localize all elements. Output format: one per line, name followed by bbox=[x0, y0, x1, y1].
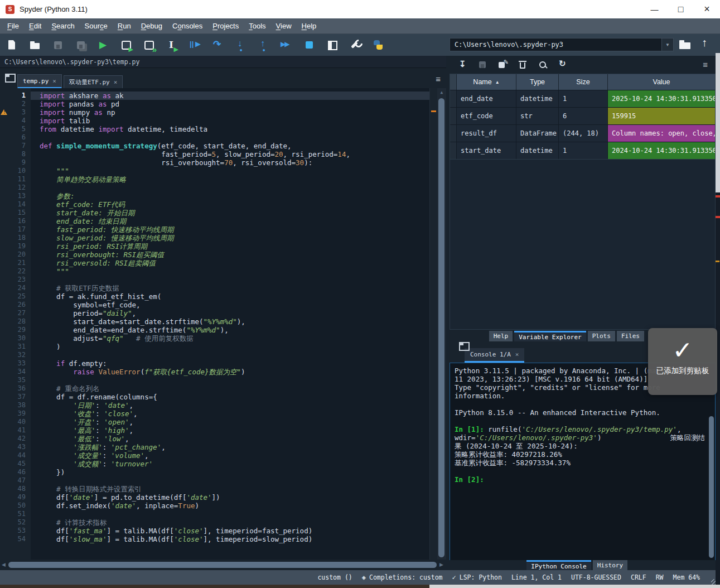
tab-help[interactable]: Help bbox=[489, 331, 513, 342]
column-header-name[interactable]: Name▲ bbox=[457, 74, 516, 90]
scroll-left-icon[interactable]: ◀ bbox=[2, 562, 6, 567]
preferences-icon[interactable] bbox=[349, 38, 362, 52]
table-row[interactable]: start_datedatetime12024-10-24 14:30:31.9… bbox=[450, 142, 715, 159]
refresh-variables-icon[interactable] bbox=[558, 60, 568, 70]
line-number: 18 bbox=[8, 234, 31, 242]
save-data-as-icon[interactable] bbox=[497, 60, 508, 70]
scrollbar-thumb[interactable] bbox=[709, 416, 714, 558]
cell-name[interactable]: end_date bbox=[457, 90, 516, 107]
menu-file[interactable]: File bbox=[2, 18, 24, 34]
debug-icon[interactable] bbox=[189, 38, 202, 52]
tab-ipython-console[interactable]: IPython Console bbox=[526, 560, 591, 570]
menu-tools[interactable]: Tools bbox=[244, 18, 270, 34]
continue-icon[interactable] bbox=[280, 38, 293, 52]
scrollbar-thumb[interactable] bbox=[438, 98, 444, 557]
cell-name[interactable]: start_date bbox=[457, 142, 516, 159]
run-icon[interactable] bbox=[97, 38, 110, 52]
code-editor[interactable]: 1234567891011121314151617181920212223242… bbox=[0, 88, 446, 560]
console-tab[interactable]: Console 1/A× bbox=[465, 348, 524, 363]
column-header-size[interactable]: Size bbox=[559, 74, 608, 90]
table-header[interactable]: Name▲ Type Size Value bbox=[450, 74, 715, 90]
step-out-icon[interactable] bbox=[257, 38, 270, 52]
scroll-right-icon[interactable]: ▶ bbox=[439, 562, 443, 567]
cell-size[interactable]: (244, 18) bbox=[559, 125, 608, 142]
run-cell-icon[interactable] bbox=[120, 38, 133, 52]
new-file-icon[interactable] bbox=[6, 38, 19, 52]
close-icon[interactable]: × bbox=[52, 78, 56, 85]
cell-name[interactable]: etf_code bbox=[457, 108, 516, 124]
menu-view[interactable]: View bbox=[271, 18, 297, 34]
menu-run[interactable]: Run bbox=[113, 18, 136, 34]
cell-value[interactable]: Column names: open, close, hig… bbox=[608, 125, 715, 142]
cell-name[interactable]: result_df bbox=[457, 125, 516, 142]
column-header-value[interactable]: Value bbox=[608, 74, 715, 90]
line-number: 31 bbox=[8, 343, 31, 351]
menu-source[interactable]: Source bbox=[80, 18, 113, 34]
cell-value[interactable]: 159915 bbox=[608, 108, 715, 124]
import-data-icon[interactable] bbox=[457, 60, 467, 70]
save-all-icon[interactable] bbox=[74, 38, 88, 52]
line-number: 1 bbox=[8, 91, 31, 100]
minimize-button[interactable]: — bbox=[641, 0, 668, 18]
rerun-icon[interactable] bbox=[211, 38, 225, 52]
menu-consoles[interactable]: Consoles bbox=[167, 18, 207, 34]
table-row[interactable]: etf_codestr6159915 bbox=[450, 107, 715, 124]
tab-plots[interactable]: Plots bbox=[588, 331, 615, 342]
run-selection-icon[interactable] bbox=[166, 38, 179, 52]
menu-debug[interactable]: Debug bbox=[136, 18, 167, 34]
browse-tabs-icon[interactable] bbox=[459, 342, 470, 351]
cell-type[interactable]: DataFrame bbox=[516, 125, 559, 142]
remove-variable-icon[interactable] bbox=[518, 60, 528, 70]
maximize-button[interactable]: □ bbox=[668, 0, 694, 18]
code-area[interactable]: import akshare as akimport pandas as pdi… bbox=[31, 88, 429, 560]
cell-size[interactable]: 6 bbox=[559, 108, 608, 124]
save-data-icon[interactable] bbox=[477, 60, 487, 70]
editor-vertical-scrollbar[interactable]: ▲ bbox=[437, 88, 446, 560]
browse-tabs-icon[interactable] bbox=[5, 74, 16, 83]
save-icon[interactable] bbox=[51, 38, 65, 52]
browse-directory-icon[interactable] bbox=[678, 38, 693, 51]
chevron-down-icon[interactable]: ▼ bbox=[661, 38, 673, 51]
cell-type[interactable]: str bbox=[516, 108, 559, 124]
editor-tab[interactable]: 双动量ETF.py× bbox=[64, 75, 123, 89]
line-number: 46 bbox=[8, 468, 31, 476]
cell-value[interactable]: 2024-10-24 14:30:31.913350 bbox=[608, 142, 715, 159]
scroll-up-icon[interactable]: ▲ bbox=[437, 90, 446, 95]
stop-icon[interactable] bbox=[303, 38, 316, 52]
table-row[interactable]: end_datedatetime12025-10-24 14:30:31.913… bbox=[450, 90, 715, 107]
table-row[interactable]: result_dfDataFrame(244, 18)Column names:… bbox=[450, 124, 715, 142]
tab-history[interactable]: History bbox=[593, 560, 627, 570]
close-icon[interactable]: × bbox=[515, 351, 519, 358]
maximize-pane-icon[interactable] bbox=[326, 38, 339, 52]
options-menu-icon[interactable]: ≡ bbox=[703, 60, 708, 69]
menu-help[interactable]: Help bbox=[297, 18, 322, 34]
close-icon[interactable]: × bbox=[114, 79, 118, 86]
menu-search[interactable]: Search bbox=[46, 18, 79, 34]
column-header-type[interactable]: Type bbox=[516, 74, 559, 90]
scrollbar-thumb[interactable] bbox=[8, 562, 437, 568]
editor-options-icon[interactable]: ≡ bbox=[436, 74, 441, 84]
tab-files[interactable]: Files bbox=[617, 331, 644, 342]
console-scrollbar[interactable] bbox=[708, 416, 714, 558]
line-number: 7 bbox=[8, 142, 31, 150]
cell-size[interactable]: 1 bbox=[559, 90, 608, 107]
working-directory-select[interactable]: C:\Users\lenovo\.spyder-py3 ▼ bbox=[450, 38, 674, 51]
step-into-icon[interactable] bbox=[234, 38, 248, 52]
menu-edit[interactable]: Edit bbox=[24, 18, 46, 34]
cell-type[interactable]: datetime bbox=[516, 142, 559, 159]
close-button[interactable]: × bbox=[694, 0, 720, 18]
open-folder-icon[interactable] bbox=[28, 38, 42, 52]
editor-tab[interactable]: temp.py× bbox=[17, 74, 62, 89]
run-cell-advance-icon[interactable] bbox=[143, 38, 156, 52]
cell-size[interactable]: 1 bbox=[559, 142, 608, 159]
status-text: CRLF bbox=[631, 573, 646, 581]
menu-projects[interactable]: Projects bbox=[207, 18, 244, 34]
search-variable-icon[interactable] bbox=[538, 60, 548, 70]
cell-type[interactable]: datetime bbox=[516, 90, 559, 107]
editor-horizontal-scrollbar[interactable]: ◀ ▶ bbox=[0, 560, 446, 570]
code-line: df['fast_ma'] = talib.MA(df['close'], ti… bbox=[31, 527, 429, 535]
cell-value[interactable]: 2025-10-24 14:30:31.913350 bbox=[608, 90, 715, 107]
parent-directory-icon[interactable]: ↑ bbox=[702, 36, 707, 49]
desktop-strip bbox=[0, 585, 720, 588]
python-path-icon[interactable] bbox=[371, 38, 385, 52]
